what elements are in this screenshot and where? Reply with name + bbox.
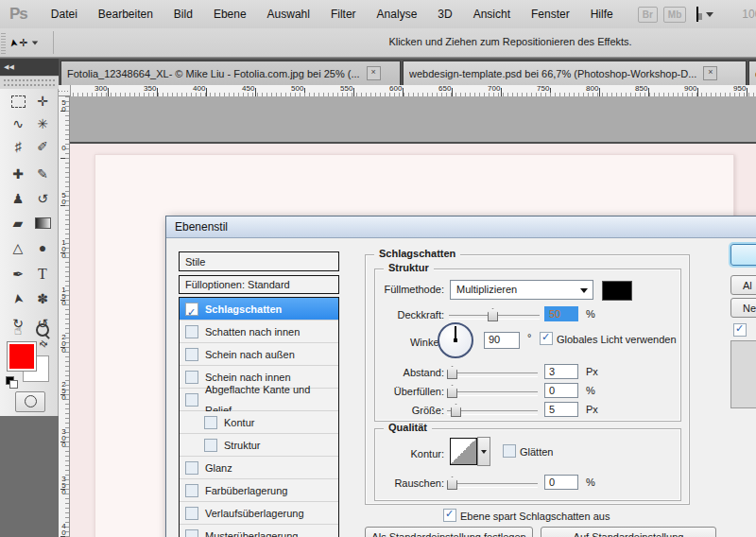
bridge-button[interactable]: Br (638, 7, 658, 23)
list-item-struktur-sub[interactable]: Struktur (180, 434, 338, 457)
effect-checkbox[interactable] (185, 348, 198, 361)
ok-button[interactable] (730, 244, 756, 266)
distance-slider[interactable] (447, 372, 538, 377)
effect-checkbox[interactable] (185, 507, 198, 520)
quick-mask-button[interactable] (15, 391, 45, 412)
rectangular-marquee-tool[interactable] (7, 91, 29, 112)
move-tool-preset[interactable]: ➤ ✛ (9, 33, 43, 52)
clone-stamp-icon: ♟ (12, 191, 25, 206)
default-colors-icon[interactable] (6, 376, 17, 388)
menu-analyse[interactable]: Analyse (367, 8, 428, 21)
effect-checkbox[interactable] (185, 303, 198, 316)
type-tool[interactable]: T (31, 264, 54, 285)
hand-tool[interactable]: ☝ (7, 320, 29, 340)
global-light-label: Globales Licht verwenden (557, 334, 677, 345)
list-item-schlagschatten[interactable]: Schlagschatten (180, 298, 338, 320)
global-light-checkbox[interactable] (540, 332, 553, 345)
neuer-stil-button[interactable]: Ne (730, 298, 756, 318)
eraser-tool[interactable]: ▰ (7, 213, 29, 234)
list-item-abgeflachte-kante[interactable]: Abgeflachte Kante und Relief (180, 389, 338, 411)
list-item-farbueberlagerung[interactable]: Farbüberlagerung (180, 479, 338, 502)
healing-brush-tool[interactable]: ✚ (7, 164, 29, 184)
tab-webdesign-template[interactable]: webdesign-template.psd bei 66,7% (Photos… (403, 61, 747, 85)
menu-3d[interactable]: 3D (427, 8, 462, 21)
custom-shape-tool[interactable]: ✽ (31, 288, 54, 309)
blend-mode-select[interactable]: Multiplizieren (450, 280, 593, 300)
struktur-group-label: Struktur (384, 262, 434, 273)
clone-stamp-tool[interactable]: ♟ (7, 188, 29, 209)
effect-checkbox[interactable] (185, 529, 198, 537)
pen-tool[interactable]: ✒ (7, 264, 29, 285)
sharpen-tool[interactable]: △ (7, 237, 29, 258)
options-bar-grip[interactable] (1, 31, 6, 54)
tab-fotolia[interactable]: Fotolia_12348664_XL- © Mike Liu - Fotoli… (60, 61, 401, 85)
effect-checkbox[interactable] (185, 484, 198, 497)
menu-bearbeiten[interactable]: Bearbeiten (88, 8, 163, 21)
list-item-schatten-nach-innen[interactable]: Schatten nach innen (180, 320, 338, 343)
tools-panel-grip[interactable] (0, 76, 59, 89)
move-tool[interactable]: ✛ (31, 91, 54, 112)
dodge-tool[interactable]: ● (31, 237, 54, 258)
shadow-color-swatch[interactable] (602, 281, 632, 301)
vorschau-checkbox[interactable] (733, 323, 747, 337)
brush-tool[interactable]: ✎ (31, 164, 54, 184)
menu-fenster[interactable]: Fenster (521, 8, 580, 21)
contour-thumbnail[interactable] (450, 438, 477, 465)
angle-dial[interactable] (438, 322, 473, 358)
size-field[interactable]: 5 (544, 402, 578, 417)
lasso-tool[interactable]: ∿ (7, 113, 29, 134)
list-item-kontur-sub[interactable]: Kontur (180, 411, 338, 434)
menu-filter[interactable]: Filter (320, 8, 367, 21)
set-default-button[interactable]: Als Standardeinstellung festlegen (365, 527, 533, 537)
effect-checkbox[interactable] (185, 393, 198, 407)
list-item-musterueberlagerung[interactable]: Musterüberlagerung (180, 525, 338, 537)
path-selection-tool[interactable]: ➤ (7, 288, 29, 309)
close-tab-icon[interactable]: × (367, 66, 381, 80)
close-tab-icon[interactable]: × (703, 66, 717, 80)
effect-checkbox[interactable] (185, 325, 198, 338)
history-brush-tool[interactable]: ↺ (31, 188, 54, 209)
workspace-icon[interactable] (696, 7, 698, 22)
list-item-glanz[interactable]: Glanz (180, 457, 338, 479)
opacity-field[interactable]: 50 (544, 306, 578, 321)
knockout-checkbox[interactable] (443, 509, 456, 522)
gradient-tool[interactable] (31, 213, 54, 234)
reset-default-button[interactable]: Auf Standardeinstellung zurücksetzen (541, 527, 716, 537)
effect-checkbox[interactable] (204, 439, 217, 452)
menu-auswahl[interactable]: Auswahl (257, 8, 320, 21)
noise-slider[interactable] (447, 483, 538, 488)
contour-dropdown-button[interactable] (477, 437, 490, 466)
noise-field[interactable]: 0 (544, 475, 578, 490)
menu-bild[interactable]: Bild (163, 8, 203, 21)
ruler-origin-box[interactable] (59, 85, 71, 96)
eyedropper-tool[interactable]: ✐ (31, 136, 54, 157)
vertical-ruler: 50 0 50 100 150 200 250 300 350 400 (59, 96, 70, 537)
effect-checkbox[interactable] (204, 416, 217, 429)
crop-tool[interactable]: ♯ (7, 136, 29, 157)
distance-field[interactable]: 3 (544, 364, 578, 379)
spread-field[interactable]: 0 (544, 383, 578, 398)
abbrechen-button[interactable]: Al (730, 275, 756, 295)
tools-panel-collapse[interactable]: ◀◀ (0, 59, 59, 76)
menu-ansicht[interactable]: Ansicht (463, 8, 521, 21)
angle-field[interactable]: 90 (484, 332, 520, 349)
antialias-checkbox[interactable] (503, 444, 516, 458)
workspace-dropdown-icon[interactable] (706, 12, 713, 17)
zoom-level[interactable]: 100% (742, 8, 756, 21)
quick-selection-tool[interactable]: ✳ (31, 113, 54, 134)
effect-checkbox[interactable] (185, 371, 198, 384)
foreground-color-swatch[interactable] (8, 342, 36, 371)
spread-slider[interactable] (447, 391, 538, 396)
tool-preset-dropdown-icon[interactable] (32, 41, 38, 44)
list-item-schein-nach-aussen[interactable]: Schein nach außen (180, 343, 338, 366)
styles-box[interactable]: Stile (179, 251, 339, 271)
menu-datei[interactable]: Datei (41, 8, 88, 21)
menu-ebene[interactable]: Ebene (203, 8, 257, 21)
blending-options-row[interactable]: Fülloptionen: Standard (179, 275, 339, 294)
tab-partial[interactable]: d (748, 61, 756, 85)
dialog-title[interactable]: Ebenenstil (166, 217, 756, 238)
menu-hilfe[interactable]: Hilfe (580, 8, 624, 21)
effect-checkbox[interactable] (185, 461, 198, 475)
list-item-verlaufsueberlagerung[interactable]: Verlaufsüberlagerung (180, 502, 338, 525)
minibridge-button[interactable]: Mb (663, 7, 686, 23)
